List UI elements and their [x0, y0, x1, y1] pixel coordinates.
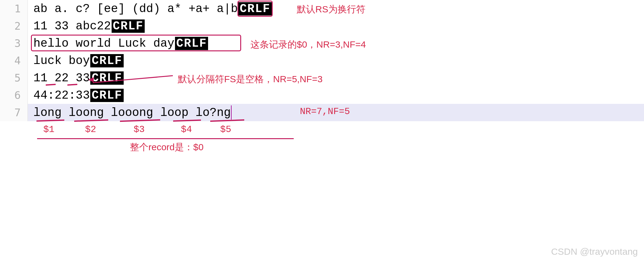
crlf-marker: CRLF	[90, 89, 123, 102]
line-content[interactable]: long loong looong loop lo?ng	[28, 105, 232, 120]
label-field1: $1	[43, 124, 54, 135]
line-number: 7	[0, 104, 28, 121]
code-line: 6 44:22:33CRLF	[0, 87, 644, 104]
code-text: 44:22:33	[33, 89, 90, 102]
code-text: long loong looong loop lo?ng	[33, 106, 231, 119]
line-number: 6	[0, 87, 28, 104]
watermark: CSDN @trayvontang	[551, 246, 638, 257]
line-content[interactable]: 11 33 abc22CRLF	[28, 19, 145, 33]
annotation-rs: 默认RS为换行符	[297, 3, 365, 16]
label-record0: 整个record是：$0	[130, 141, 203, 154]
crlf-marker: CRLF	[90, 54, 123, 67]
line-content[interactable]: ab a. c? [ee] (dd) a* +a+ a|bCRLF	[28, 2, 272, 15]
label-field4: $4	[181, 124, 192, 135]
line-content[interactable]: 11 22 33CRLF	[28, 71, 124, 85]
code-text: ab a. c? [ee] (dd) a* +a+ a|b	[33, 2, 238, 15]
line-number: 2	[0, 17, 28, 35]
label-field5: $5	[220, 124, 231, 135]
editor-area: 1 ab a. c? [ee] (dd) a* +a+ a|bCRLF 2 11…	[0, 0, 644, 121]
annotation-fs: 默认分隔符FS是空格，NR=5,NF=3	[178, 73, 322, 86]
brace-record	[37, 137, 294, 139]
line-number: 4	[0, 52, 28, 69]
label-field3: $3	[134, 124, 145, 135]
code-text: hello world Luck day	[33, 37, 174, 50]
code-line: 2 11 33 abc22CRLF	[0, 17, 644, 35]
label-field2: $2	[85, 124, 96, 135]
code-text: 11 22 33	[33, 71, 90, 85]
code-text: luck boy	[33, 54, 90, 67]
annotation-nr7: NR=7,NF=5	[300, 106, 350, 117]
crlf-marker: CRLF	[112, 19, 145, 33]
arrow-head-icon	[88, 77, 94, 82]
crlf-marker: CRLF	[175, 37, 208, 50]
code-text: 11 33 abc22	[33, 19, 111, 33]
code-line: 4 luck boyCRLF	[0, 52, 644, 69]
line-content[interactable]: 44:22:33CRLF	[28, 89, 124, 102]
line-content[interactable]: luck boyCRLF	[28, 54, 124, 67]
annotation-record0: 这条记录的$0，NR=3,NF=4	[250, 38, 366, 51]
text-cursor	[231, 105, 232, 120]
crlf-marker: CRLF	[238, 2, 271, 15]
line-number: 5	[0, 69, 28, 87]
line-number: 1	[0, 0, 28, 17]
line-number: 3	[0, 35, 28, 52]
line-content[interactable]: hello world Luck dayCRLF	[28, 37, 208, 50]
